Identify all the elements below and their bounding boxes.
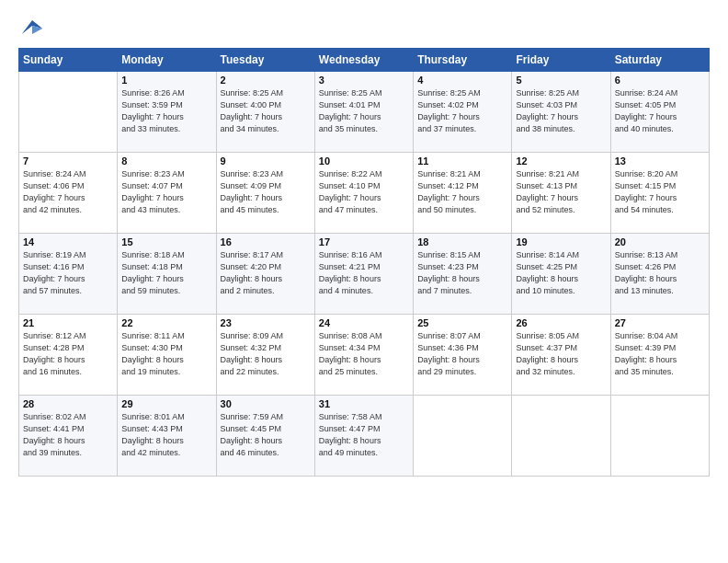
- day-info: Sunrise: 8:23 AMSunset: 4:09 PMDaylight:…: [221, 168, 311, 216]
- day-info: Sunrise: 8:12 AMSunset: 4:28 PMDaylight:…: [23, 330, 113, 378]
- header-day-sunday: Sunday: [19, 49, 118, 72]
- day-number: 22: [121, 317, 211, 328]
- calendar-cell: 25Sunrise: 8:07 AMSunset: 4:36 PMDayligh…: [414, 315, 512, 396]
- calendar-cell: 29Sunrise: 8:01 AMSunset: 4:43 PMDayligh…: [118, 396, 216, 477]
- day-number: 10: [319, 155, 409, 167]
- calendar-cell: 26Sunrise: 8:05 AMSunset: 4:37 PMDayligh…: [512, 315, 610, 396]
- day-number: 24: [319, 317, 409, 328]
- day-info: Sunrise: 8:25 AMSunset: 4:01 PMDaylight:…: [319, 87, 409, 135]
- day-number: 30: [221, 398, 311, 409]
- calendar-cell: 31Sunrise: 7:58 AMSunset: 4:47 PMDayligh…: [314, 396, 413, 477]
- day-info: Sunrise: 8:26 AMSunset: 3:59 PMDaylight:…: [121, 87, 211, 135]
- day-info: Sunrise: 8:05 AMSunset: 4:37 PMDaylight:…: [516, 330, 606, 378]
- calendar-week-row: 14Sunrise: 8:19 AMSunset: 4:16 PMDayligh…: [19, 234, 710, 315]
- calendar-cell: 24Sunrise: 8:08 AMSunset: 4:34 PMDayligh…: [314, 315, 413, 396]
- day-info: Sunrise: 8:02 AMSunset: 4:41 PMDaylight:…: [23, 411, 113, 459]
- calendar-cell: 19Sunrise: 8:14 AMSunset: 4:25 PMDayligh…: [512, 234, 610, 315]
- day-number: 2: [221, 75, 311, 86]
- day-info: Sunrise: 8:21 AMSunset: 4:13 PMDaylight:…: [516, 168, 606, 216]
- day-number: 13: [615, 155, 705, 167]
- calendar-cell: 1Sunrise: 8:26 AMSunset: 3:59 PMDaylight…: [118, 72, 216, 153]
- calendar-cell: 27Sunrise: 8:04 AMSunset: 4:39 PMDayligh…: [610, 315, 709, 396]
- header-day-wednesday: Wednesday: [314, 49, 413, 72]
- calendar-cell: [610, 396, 709, 477]
- calendar-cell: 28Sunrise: 8:02 AMSunset: 4:41 PMDayligh…: [19, 396, 118, 477]
- day-number: 6: [615, 75, 705, 86]
- day-info: Sunrise: 8:09 AMSunset: 4:32 PMDaylight:…: [221, 330, 311, 378]
- day-info: Sunrise: 8:16 AMSunset: 4:21 PMDaylight:…: [319, 249, 409, 297]
- calendar-header-row: SundayMondayTuesdayWednesdayThursdayFrid…: [19, 49, 710, 72]
- calendar-cell: 6Sunrise: 8:24 AMSunset: 4:05 PMDaylight…: [610, 72, 709, 153]
- day-number: 8: [121, 155, 211, 167]
- day-number: 15: [121, 236, 211, 247]
- day-number: 28: [23, 398, 113, 409]
- calendar-cell: 9Sunrise: 8:23 AMSunset: 4:09 PMDaylight…: [216, 153, 314, 234]
- day-number: 25: [417, 317, 507, 328]
- page: SundayMondayTuesdayWednesdayThursdayFrid…: [0, 0, 728, 486]
- day-info: Sunrise: 8:20 AMSunset: 4:15 PMDaylight:…: [615, 168, 705, 216]
- calendar-cell: 10Sunrise: 8:22 AMSunset: 4:10 PMDayligh…: [314, 153, 413, 234]
- calendar-cell: 12Sunrise: 8:21 AMSunset: 4:13 PMDayligh…: [512, 153, 610, 234]
- calendar-cell: 22Sunrise: 8:11 AMSunset: 4:30 PMDayligh…: [118, 315, 216, 396]
- day-number: 17: [319, 236, 409, 247]
- calendar-cell: 16Sunrise: 8:17 AMSunset: 4:20 PMDayligh…: [216, 234, 314, 315]
- day-info: Sunrise: 8:13 AMSunset: 4:26 PMDaylight:…: [615, 249, 705, 297]
- day-number: 27: [615, 317, 705, 328]
- calendar-cell: 17Sunrise: 8:16 AMSunset: 4:21 PMDayligh…: [314, 234, 413, 315]
- day-number: 31: [319, 398, 409, 409]
- day-info: Sunrise: 8:18 AMSunset: 4:18 PMDaylight:…: [121, 249, 211, 297]
- calendar-cell: 8Sunrise: 8:23 AMSunset: 4:07 PMDaylight…: [118, 153, 216, 234]
- header-day-friday: Friday: [512, 49, 610, 72]
- day-number: 29: [121, 398, 211, 409]
- day-info: Sunrise: 8:07 AMSunset: 4:36 PMDaylight:…: [417, 330, 507, 378]
- day-number: 3: [319, 75, 409, 86]
- day-info: Sunrise: 8:04 AMSunset: 4:39 PMDaylight:…: [615, 330, 705, 378]
- calendar-cell: [512, 396, 610, 477]
- day-info: Sunrise: 7:58 AMSunset: 4:47 PMDaylight:…: [319, 411, 409, 459]
- day-info: Sunrise: 8:19 AMSunset: 4:16 PMDaylight:…: [23, 249, 113, 297]
- day-info: Sunrise: 8:25 AMSunset: 4:00 PMDaylight:…: [221, 87, 311, 135]
- calendar-cell: 4Sunrise: 8:25 AMSunset: 4:02 PMDaylight…: [414, 72, 512, 153]
- header-day-tuesday: Tuesday: [216, 49, 314, 72]
- calendar-cell: 20Sunrise: 8:13 AMSunset: 4:26 PMDayligh…: [610, 234, 709, 315]
- calendar-cell: 2Sunrise: 8:25 AMSunset: 4:00 PMDaylight…: [216, 72, 314, 153]
- header-day-monday: Monday: [118, 49, 216, 72]
- logo: [18, 15, 50, 42]
- day-number: 20: [615, 236, 705, 247]
- day-info: Sunrise: 8:25 AMSunset: 4:03 PMDaylight:…: [516, 87, 606, 135]
- day-info: Sunrise: 8:23 AMSunset: 4:07 PMDaylight:…: [121, 168, 211, 216]
- calendar-cell: 13Sunrise: 8:20 AMSunset: 4:15 PMDayligh…: [610, 153, 709, 234]
- calendar-cell: 30Sunrise: 7:59 AMSunset: 4:45 PMDayligh…: [216, 396, 314, 477]
- day-number: 21: [23, 317, 113, 328]
- day-info: Sunrise: 8:22 AMSunset: 4:10 PMDaylight:…: [319, 168, 409, 216]
- day-info: Sunrise: 7:59 AMSunset: 4:45 PMDaylight:…: [221, 411, 311, 459]
- calendar-cell: 5Sunrise: 8:25 AMSunset: 4:03 PMDaylight…: [512, 72, 610, 153]
- calendar-cell: [414, 396, 512, 477]
- calendar-cell: 23Sunrise: 8:09 AMSunset: 4:32 PMDayligh…: [216, 315, 314, 396]
- calendar-cell: 11Sunrise: 8:21 AMSunset: 4:12 PMDayligh…: [414, 153, 512, 234]
- day-number: 5: [516, 75, 606, 86]
- day-info: Sunrise: 8:24 AMSunset: 4:05 PMDaylight:…: [615, 87, 705, 135]
- calendar-cell: 7Sunrise: 8:24 AMSunset: 4:06 PMDaylight…: [19, 153, 118, 234]
- day-info: Sunrise: 8:14 AMSunset: 4:25 PMDaylight:…: [516, 249, 606, 297]
- day-number: 12: [516, 155, 606, 167]
- calendar-cell: [19, 72, 118, 153]
- day-info: Sunrise: 8:01 AMSunset: 4:43 PMDaylight:…: [121, 411, 211, 459]
- day-number: 18: [417, 236, 507, 247]
- day-info: Sunrise: 8:15 AMSunset: 4:23 PMDaylight:…: [417, 249, 507, 297]
- day-info: Sunrise: 8:24 AMSunset: 4:06 PMDaylight:…: [23, 168, 113, 216]
- calendar-week-row: 28Sunrise: 8:02 AMSunset: 4:41 PMDayligh…: [19, 396, 710, 477]
- calendar-cell: 14Sunrise: 8:19 AMSunset: 4:16 PMDayligh…: [19, 234, 118, 315]
- header: [18, 15, 710, 42]
- day-info: Sunrise: 8:17 AMSunset: 4:20 PMDaylight:…: [221, 249, 311, 297]
- header-day-saturday: Saturday: [610, 49, 709, 72]
- day-info: Sunrise: 8:21 AMSunset: 4:12 PMDaylight:…: [417, 168, 507, 216]
- day-number: 9: [221, 155, 311, 167]
- calendar-cell: 18Sunrise: 8:15 AMSunset: 4:23 PMDayligh…: [414, 234, 512, 315]
- calendar-week-row: 7Sunrise: 8:24 AMSunset: 4:06 PMDaylight…: [19, 153, 710, 234]
- calendar-week-row: 21Sunrise: 8:12 AMSunset: 4:28 PMDayligh…: [19, 315, 710, 396]
- day-number: 1: [121, 75, 211, 86]
- calendar-week-row: 1Sunrise: 8:26 AMSunset: 3:59 PMDaylight…: [19, 72, 710, 153]
- day-info: Sunrise: 8:08 AMSunset: 4:34 PMDaylight:…: [319, 330, 409, 378]
- calendar-cell: 21Sunrise: 8:12 AMSunset: 4:28 PMDayligh…: [19, 315, 118, 396]
